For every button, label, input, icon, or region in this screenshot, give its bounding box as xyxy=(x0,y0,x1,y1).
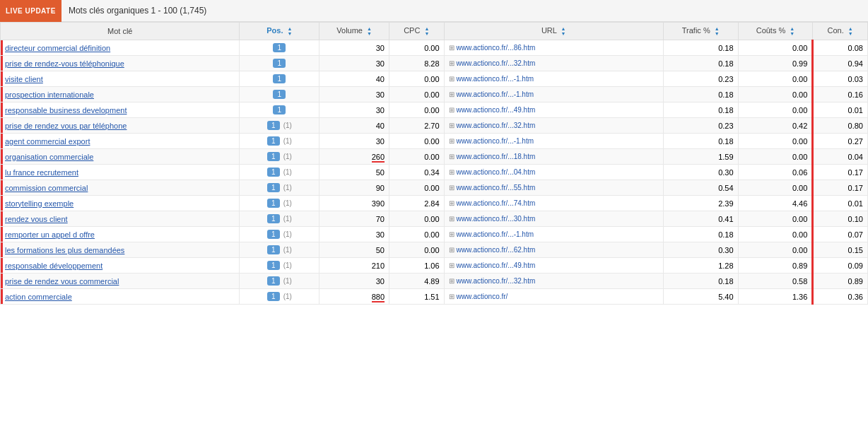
trafic-cell: 0.23 xyxy=(663,71,738,87)
url-link[interactable]: www.actionco.fr/...-1.htm xyxy=(457,230,534,238)
position-cell: 1 xyxy=(240,56,319,71)
volume-cell: 30 xyxy=(319,40,389,56)
url-link[interactable]: www.actionco.fr/...32.htm xyxy=(457,59,536,67)
keyword-link[interactable]: action commerciale xyxy=(5,293,72,301)
url-link[interactable]: www.actionco.fr/...-1.htm xyxy=(457,75,534,83)
couts-cell: 0.00 xyxy=(738,71,813,87)
url-link[interactable]: www.actionco.fr/...55.htm xyxy=(457,184,536,192)
url-link[interactable]: www.actionco.fr/...-1.htm xyxy=(457,137,534,145)
position-badge: 1 xyxy=(273,105,286,114)
col-header-cpc[interactable]: CPC ▲ ▼ xyxy=(389,23,445,40)
table-row: lu france recrutement1 (1)500.34⊞www.act… xyxy=(1,165,868,180)
keyword-link[interactable]: storytelling exemple xyxy=(5,199,74,208)
col-header-pos[interactable]: Pos. ▲ ▼ xyxy=(240,23,319,40)
position-badge: 1 xyxy=(273,74,286,83)
table-row: prospection internationale1300.00⊞www.ac… xyxy=(1,87,868,102)
keyword-link[interactable]: lu france recrutement xyxy=(5,168,78,177)
con-cell: 0.27 xyxy=(813,134,868,149)
keyword-link[interactable]: commission commercial xyxy=(5,184,88,192)
url-icon: ⊞ xyxy=(449,246,454,254)
position-badge: 1 xyxy=(267,261,280,270)
couts-cell: 0.00 xyxy=(738,227,813,242)
url-cell: ⊞www.actionco.fr/...32.htm xyxy=(444,56,663,71)
url-link[interactable]: www.actionco.fr/...04.htm xyxy=(457,168,536,176)
url-link[interactable]: www.actionco.fr/ xyxy=(457,293,508,300)
col-header-url[interactable]: URL ▲ ▼ xyxy=(444,23,663,40)
keyword-link[interactable]: responsable business development xyxy=(5,106,127,114)
table-row: agent commercial export1 (1)300.00⊞www.a… xyxy=(1,134,868,149)
keyword-link[interactable]: visite client xyxy=(5,75,43,83)
con-cell: 0.16 xyxy=(813,87,868,102)
position-badge: 1 xyxy=(267,245,280,254)
keyword-link[interactable]: organisation commerciale xyxy=(5,153,93,161)
position-badge: 1 xyxy=(267,292,280,301)
keyword-cell: prise de rendez vous commercial xyxy=(1,274,240,289)
sort-arrows-con: ▲ ▼ xyxy=(848,26,853,36)
red-line-indicator xyxy=(1,102,3,117)
url-link[interactable]: www.actionco.fr/...30.htm xyxy=(457,215,536,223)
col-header-trafic[interactable]: Trafic % ▲ ▼ xyxy=(663,23,738,40)
couts-cell: 0.00 xyxy=(738,87,813,102)
keyword-link[interactable]: directeur commercial définition xyxy=(5,44,110,52)
position-badge: 1 xyxy=(273,43,286,52)
trafic-cell: 0.18 xyxy=(663,40,738,56)
url-icon: ⊞ xyxy=(449,44,454,52)
position-prev: (1) xyxy=(281,184,292,192)
keyword-cell: agent commercial export xyxy=(1,134,240,149)
url-link[interactable]: www.actionco.fr/...32.htm xyxy=(457,277,536,285)
position-cell: 1 xyxy=(240,71,319,87)
keyword-link[interactable]: remporter un appel d offre xyxy=(5,230,95,239)
col-header-con[interactable]: Con. ▲ ▼ xyxy=(813,23,868,40)
keyword-link[interactable]: prise de rendez-vous téléphonique xyxy=(5,59,124,68)
keyword-link[interactable]: prospection internationale xyxy=(5,90,94,99)
table-row: responsable développement1 (1)2101.06⊞ww… xyxy=(1,258,868,274)
position-badge: 1 xyxy=(273,90,286,99)
url-link[interactable]: www.actionco.fr/...49.htm xyxy=(457,261,536,269)
couts-cell: 0.99 xyxy=(738,56,813,71)
url-cell: ⊞www.actionco.fr/...18.htm xyxy=(444,149,663,165)
url-link[interactable]: www.actionco.fr/...86.htm xyxy=(457,44,536,52)
col-header-motcle[interactable]: Mot clé xyxy=(1,23,240,40)
url-cell: ⊞www.actionco.fr/...49.htm xyxy=(444,258,663,274)
keyword-link[interactable]: les formations les plus demandées xyxy=(5,246,124,254)
url-link[interactable]: www.actionco.fr/...74.htm xyxy=(457,199,536,207)
table-row: rendez vous client1 (1)700.00⊞www.action… xyxy=(1,211,868,227)
keyword-cell: directeur commercial définition xyxy=(1,40,240,56)
red-line-indicator xyxy=(1,242,3,257)
url-link[interactable]: www.actionco.fr/...-1.htm xyxy=(457,90,534,98)
position-badge: 1 xyxy=(267,199,280,208)
position-prev: (1) xyxy=(281,122,292,129)
sort-arrows-url: ▲ ▼ xyxy=(561,26,566,36)
volume-cell: 30 xyxy=(319,87,389,102)
red-line-indicator xyxy=(1,180,3,195)
con-cell: 0.01 xyxy=(813,102,868,118)
red-line-indicator xyxy=(1,118,3,133)
keyword-cell: visite client xyxy=(1,71,240,87)
keyword-link[interactable]: prise de rendez vous par téléphone xyxy=(5,122,127,130)
couts-cell: 0.00 xyxy=(738,180,813,196)
volume-cell: 390 xyxy=(319,196,389,211)
con-cell: 0.17 xyxy=(813,180,868,196)
position-cell: 1 (1) xyxy=(240,274,319,289)
url-link[interactable]: www.actionco.fr/...18.htm xyxy=(457,153,536,160)
keyword-link[interactable]: agent commercial export xyxy=(5,137,90,146)
url-link[interactable]: www.actionco.fr/...62.htm xyxy=(457,246,536,254)
con-cell: 0.01 xyxy=(813,196,868,211)
position-cell: 1 (1) xyxy=(240,165,319,180)
keyword-link[interactable]: prise de rendez vous commercial xyxy=(5,277,119,286)
keyword-link[interactable]: responsable développement xyxy=(5,261,102,270)
cpc-cell: 2.84 xyxy=(389,196,445,211)
position-prev: (1) xyxy=(281,215,292,223)
url-link[interactable]: www.actionco.fr/...32.htm xyxy=(457,122,536,129)
keyword-link[interactable]: rendez vous client xyxy=(5,215,68,223)
url-icon: ⊞ xyxy=(449,184,454,192)
position-badge: 1 xyxy=(267,183,280,192)
url-cell: ⊞www.actionco.fr/...04.htm xyxy=(444,165,663,180)
url-link[interactable]: www.actionco.fr/...49.htm xyxy=(457,106,536,114)
url-icon: ⊞ xyxy=(449,277,454,285)
col-header-volume[interactable]: Volume ▲ ▼ xyxy=(319,23,389,40)
keyword-cell: prospection internationale xyxy=(1,87,240,102)
col-header-couts[interactable]: Coûts % ▲ ▼ xyxy=(738,23,813,40)
position-cell: 1 (1) xyxy=(240,149,319,165)
couts-cell: 0.00 xyxy=(738,149,813,165)
